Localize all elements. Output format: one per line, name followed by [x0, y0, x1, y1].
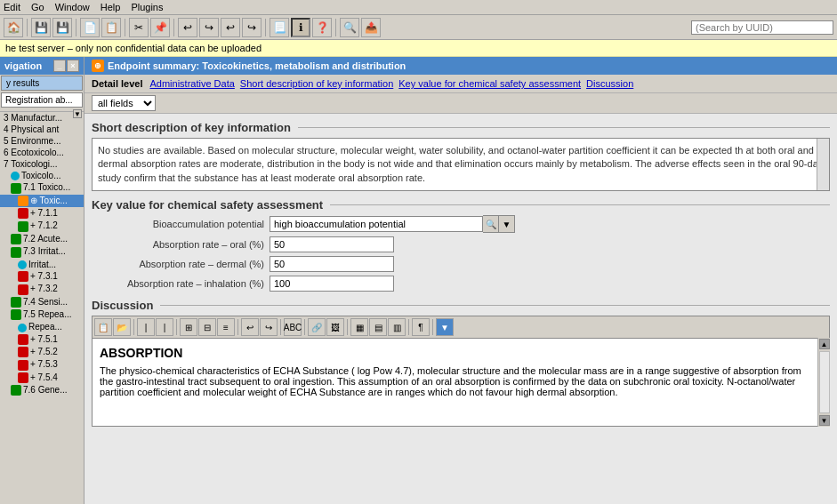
- absorption-inhalation-input[interactable]: [270, 276, 394, 292]
- uuid-search-input[interactable]: [691, 20, 833, 35]
- rt-paste-btn[interactable]: 📂: [113, 318, 131, 336]
- paste-button[interactable]: 📌: [150, 18, 170, 37]
- rt-scroll-up[interactable]: ▲: [819, 339, 830, 349]
- rt-format-btn[interactable]: ¶: [412, 318, 430, 336]
- help2-button[interactable]: ❓: [312, 18, 332, 37]
- bioaccumulation-dropdown-btn[interactable]: ▼: [499, 215, 515, 233]
- rt-indent-btn[interactable]: ⊞: [180, 318, 197, 336]
- rt-sep-4: [280, 319, 281, 335]
- rt-scroll-thumb[interactable]: [819, 351, 830, 413]
- nav-item-7-3-1[interactable]: + 7.3.1: [0, 270, 84, 283]
- rt-row-btn[interactable]: ▤: [369, 318, 387, 336]
- rt-spell-btn[interactable]: ABC: [284, 318, 302, 336]
- content-icon: ⊕: [92, 60, 104, 72]
- menu-window[interactable]: Window: [55, 2, 90, 12]
- rt-list-btn[interactable]: ≡: [217, 318, 235, 336]
- absorption-dermal-input[interactable]: [270, 256, 394, 272]
- rich-text-editor[interactable]: ABSORPTION The physico-chemical characte…: [92, 338, 830, 427]
- nav-item-repea[interactable]: Repea...: [0, 321, 84, 332]
- menu-bar: Edit Go Window Help Plugins: [0, 0, 837, 15]
- redo2-button[interactable]: ↪: [242, 18, 262, 37]
- link-discussion[interactable]: Discussion: [586, 78, 633, 89]
- undo-button[interactable]: ↩: [178, 18, 197, 37]
- nav-item-7-1[interactable]: 7.1 Toxico...: [0, 181, 84, 194]
- nav-item-7-5-2[interactable]: + 7.5.2: [0, 346, 84, 358]
- text-scrollbar[interactable]: [817, 139, 829, 190]
- rt-scroll-down[interactable]: ▼: [819, 415, 830, 426]
- key-value-title: Key value for chemical safety assessment: [92, 198, 830, 212]
- rt-outdent-btn[interactable]: ⊟: [198, 318, 216, 336]
- field-selector[interactable]: all fields key fields: [92, 95, 156, 111]
- bioaccumulation-input[interactable]: [270, 216, 483, 232]
- rt-link-btn[interactable]: 🔗: [308, 318, 326, 336]
- cut-button[interactable]: ✂: [129, 18, 149, 37]
- nav-item-7-3-2[interactable]: + 7.3.2: [0, 283, 84, 295]
- scrollable-content[interactable]: Short description of key information No …: [85, 114, 837, 504]
- doc-button[interactable]: 📃: [270, 18, 289, 37]
- nav-item-3[interactable]: 3 Manufactur...: [0, 112, 84, 124]
- nav-item-4[interactable]: 4 Physical ant: [0, 124, 84, 135]
- rt-redo-btn[interactable]: ↪: [260, 318, 278, 336]
- rt-table-btn[interactable]: ▦: [350, 318, 368, 336]
- short-desc-content: No studies are available. Based on molec…: [98, 145, 823, 183]
- nav-item-7[interactable]: 7 Toxicologi...: [0, 158, 84, 170]
- rt-bold-btn[interactable]: |: [137, 318, 155, 336]
- export-button[interactable]: 📤: [361, 18, 381, 37]
- info-button[interactable]: ℹ: [291, 18, 310, 37]
- nav-minimize-button[interactable]: _: [53, 60, 66, 72]
- nav-item-toxicolo[interactable]: Toxicolo...: [0, 170, 84, 181]
- short-desc-title: Short description of key information: [92, 121, 830, 134]
- rt-italic-btn[interactable]: |: [156, 318, 173, 336]
- menu-edit[interactable]: Edit: [4, 2, 20, 12]
- rt-sep-3: [237, 319, 238, 335]
- nav-close-button[interactable]: ×: [67, 60, 79, 72]
- menu-help[interactable]: Help: [101, 2, 121, 12]
- warning-bar: he test server – only non confidential d…: [0, 40, 837, 57]
- rt-col-btn[interactable]: ▥: [388, 318, 406, 336]
- link-key-value[interactable]: Key value for chemical safety assessment: [398, 78, 581, 89]
- link-short-desc[interactable]: Short description of key information: [240, 78, 393, 89]
- nav-item-7-5-4[interactable]: + 7.5.4: [0, 372, 84, 384]
- save-button[interactable]: 💾: [31, 18, 51, 37]
- nav-item-7-5-1[interactable]: + 7.5.1: [0, 333, 84, 346]
- content-header: ⊕ Endpoint summary: Toxicokinetics, meta…: [85, 57, 837, 75]
- absorption-inhalation-label: Absorption rate – inhalation (%): [92, 278, 270, 289]
- undo2-button[interactable]: ↩: [221, 18, 240, 37]
- rt-copy-btn[interactable]: 📋: [94, 318, 112, 336]
- rt-img-btn[interactable]: 🖼: [326, 318, 344, 336]
- nav-item-irritat[interactable]: Irritat...: [0, 259, 84, 270]
- nav-item-6[interactable]: 6 Ecotoxicolo...: [0, 147, 84, 158]
- save2-button[interactable]: 💾: [52, 18, 72, 37]
- nav-item-7-6[interactable]: 7.6 Gene...: [0, 384, 84, 396]
- redo-button[interactable]: ↪: [199, 18, 219, 37]
- absorption-inhalation-row: Absorption rate – inhalation (%): [92, 276, 830, 292]
- nav-item-toxic-selected[interactable]: ⊕ Toxic...: [0, 195, 84, 207]
- home-button[interactable]: 🏠: [4, 18, 23, 37]
- nav-item-7-5[interactable]: 7.5 Repea...: [0, 308, 84, 321]
- menu-go[interactable]: Go: [31, 2, 44, 12]
- nav-item-7-5-3[interactable]: + 7.5.3: [0, 358, 84, 371]
- nav-item-7-1-1[interactable]: + 7.1.1: [0, 207, 84, 220]
- nav-item-7-2[interactable]: 7.2 Acute...: [0, 233, 84, 245]
- toolbar-separator-5: [265, 19, 266, 36]
- detail-bar-row2: all fields key fields: [85, 93, 837, 114]
- absorption-oral-input[interactable]: [270, 236, 394, 252]
- rt-expand-btn[interactable]: ▼: [436, 318, 454, 336]
- rt-scrollbar[interactable]: ▲ ▼: [817, 338, 830, 427]
- nav-item-7-4[interactable]: 7.4 Sensi...: [0, 296, 84, 308]
- nav-panel: vigation _ × y results Registration ab..…: [0, 57, 85, 504]
- nav-item-7-1-2[interactable]: + 7.1.2: [0, 220, 84, 232]
- bioaccumulation-label: Bioaccumulation potential: [92, 219, 270, 229]
- bioaccumulation-search-btn[interactable]: 🔍: [483, 215, 499, 233]
- nav-results-tab[interactable]: y results: [1, 76, 83, 91]
- nav-button[interactable]: 🔍: [340, 18, 359, 37]
- new-button[interactable]: 📄: [80, 18, 100, 37]
- nav-scroll-down[interactable]: ▼: [73, 109, 82, 118]
- nav-item-7-3[interactable]: 7.3 Irritat...: [0, 245, 84, 258]
- rt-undo-btn[interactable]: ↩: [241, 318, 259, 336]
- link-administrative[interactable]: Administrative Data: [149, 78, 234, 89]
- copy-button[interactable]: 📋: [101, 18, 121, 37]
- nav-item-5[interactable]: 5 Environme...: [0, 135, 84, 147]
- menu-plugins[interactable]: Plugins: [131, 2, 163, 12]
- detail-bar: Detail level Administrative Data Short d…: [85, 75, 837, 93]
